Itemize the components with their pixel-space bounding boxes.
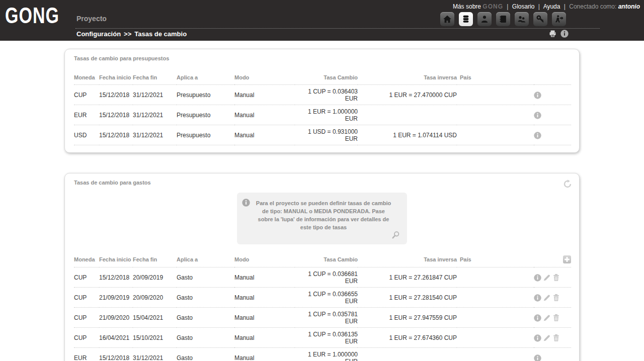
- cell-fecha-inicio: 21/09/2019: [99, 288, 133, 308]
- info-icon[interactable]: [534, 334, 541, 342]
- edit-icon[interactable]: [543, 314, 551, 322]
- col-fecha-fin: Fecha fin: [133, 255, 177, 267]
- cell-modo: Manual: [234, 348, 295, 361]
- toolbar-home-button[interactable]: [440, 12, 454, 26]
- cell-tasa-inversa: 1 EUR = 27.261847 CUP: [358, 267, 457, 288]
- cell-actions: [534, 105, 571, 125]
- header-divider: [75, 28, 600, 29]
- print-button[interactable]: [548, 30, 557, 38]
- database-icon: [461, 15, 470, 24]
- cell-tasa-cambio: 1 CUP = 0.036681 EUR: [295, 267, 358, 288]
- toolbar-notebook-button[interactable]: [496, 12, 510, 26]
- info-icon[interactable]: [534, 132, 541, 139]
- breadcrumb-page: Tasas de cambio: [134, 30, 187, 38]
- col-actions: [534, 255, 571, 267]
- link-separator: |: [564, 3, 566, 10]
- info-icon[interactable]: [534, 92, 541, 99]
- cell-fecha-inicio: 15/12/2018: [99, 267, 133, 288]
- cell-tasa-inversa: 1 EUR = 27.674360 CUP: [358, 328, 457, 348]
- toolbar-users-button[interactable]: [515, 12, 529, 26]
- table-row: CUP 15/12/2018 31/12/2021 Presupuesto Ma…: [74, 85, 571, 105]
- col-fecha-inicio: Fecha inicio: [99, 255, 133, 267]
- edit-icon[interactable]: [543, 294, 551, 302]
- panel-title: Tasas de cambio para gastos: [74, 179, 570, 186]
- refresh-icon[interactable]: [563, 179, 572, 191]
- cell-actions: [534, 85, 571, 105]
- edit-icon[interactable]: [543, 334, 551, 342]
- username[interactable]: antonio: [618, 3, 640, 10]
- cell-fecha-inicio: 15/12/2018: [99, 348, 133, 361]
- table-row: EUR 15/12/2018 31/12/2021 Gasto Manual 1…: [74, 348, 571, 361]
- link-separator: |: [538, 3, 540, 10]
- cell-moneda: CUP: [74, 328, 99, 348]
- toolbar-user-button[interactable]: [477, 12, 492, 26]
- col-moneda: Moneda: [74, 73, 99, 85]
- table-row: CUP 21/09/2019 20/09/2020 Gasto Manual 1…: [74, 288, 571, 308]
- delete-icon[interactable]: [552, 334, 560, 342]
- cell-fecha-fin: 31/12/2021: [133, 125, 177, 145]
- toolbar-key-button[interactable]: [533, 12, 547, 26]
- cell-moneda: USD: [74, 125, 99, 145]
- cell-fecha-inicio: 15/12/2018: [99, 105, 133, 125]
- col-actions: [534, 73, 571, 85]
- cell-fecha-fin: 20/09/2020: [133, 288, 177, 308]
- delete-icon[interactable]: [552, 294, 560, 302]
- info-icon[interactable]: [534, 354, 541, 361]
- cell-fecha-inicio: 21/09/2020: [99, 308, 133, 328]
- info-icon: [242, 199, 250, 209]
- toolbar-database-button[interactable]: [459, 12, 473, 26]
- cell-pais: [457, 348, 534, 361]
- col-tasa-inversa: Tasa inversa: [358, 73, 457, 85]
- panel-tasas-presupuestos: Tasas de cambio para presupuestos Moneda…: [64, 49, 580, 153]
- table-header-row: Moneda Fecha inicio Fecha fin Aplica a M…: [74, 255, 571, 267]
- cell-moneda: CUP: [74, 288, 99, 308]
- cell-pais: [457, 308, 534, 328]
- col-tasa-cambio: Tasa Cambio: [295, 255, 358, 267]
- table-row: CUP 15/12/2018 20/09/2019 Gasto Manual 1…: [74, 267, 571, 288]
- magnifier-icon[interactable]: [391, 231, 400, 241]
- users-icon: [517, 15, 526, 24]
- page-info-button[interactable]: [560, 30, 569, 38]
- link-mas-sobre[interactable]: Más sobre: [453, 3, 481, 10]
- delete-icon[interactable]: [552, 274, 560, 282]
- cell-modo: Manual: [234, 125, 295, 145]
- connected-as-label: Conectado como:: [569, 3, 616, 10]
- panel-title: Tasas de cambio para presupuestos: [74, 55, 570, 61]
- cell-aplica-a: Gasto: [177, 267, 234, 288]
- cell-aplica-a: Presupuesto: [177, 105, 234, 125]
- cell-tasa-cambio: 1 USD = 0.931000 EUR: [295, 125, 358, 145]
- cell-moneda: CUP: [74, 308, 99, 328]
- table-row: CUP 16/04/2021 15/10/2021 Gasto Manual 1…: [74, 328, 571, 348]
- top-links: Más sobre GONG | Glosario | Ayuda | Cone…: [453, 3, 640, 10]
- user-icon: [480, 15, 489, 24]
- cell-pais: [457, 267, 534, 288]
- info-icon[interactable]: [534, 274, 541, 282]
- toolbar-logout-button[interactable]: [552, 12, 566, 26]
- brand-text[interactable]: GONG: [482, 3, 503, 10]
- breadcrumb-section[interactable]: Configuración: [76, 30, 121, 38]
- link-glosario[interactable]: Glosario: [512, 3, 535, 10]
- cell-fecha-fin: 20/09/2019: [133, 267, 177, 288]
- cell-fecha-inicio: 15/12/2018: [99, 85, 133, 105]
- rates-table-presupuestos: Moneda Fecha inicio Fecha fin Aplica a M…: [74, 73, 571, 145]
- cell-actions: [534, 267, 571, 288]
- app-logo: GONG: [5, 3, 59, 29]
- info-icon[interactable]: [534, 294, 541, 302]
- col-pais: País: [457, 255, 534, 267]
- table-row: EUR 15/12/2018 31/12/2021 Presupuesto Ma…: [74, 105, 571, 125]
- cell-tasa-inversa: 1 EUR = 27.947559 CUP: [358, 308, 457, 328]
- col-modo: Modo: [234, 73, 295, 85]
- cell-modo: Manual: [234, 328, 295, 348]
- edit-icon[interactable]: [543, 274, 551, 282]
- header-actions: [548, 30, 569, 38]
- info-icon[interactable]: [534, 314, 541, 322]
- delete-icon[interactable]: [552, 314, 560, 322]
- cell-tasa-inversa: 1 EUR = 27.470000 CUP: [358, 85, 457, 105]
- info-icon[interactable]: [534, 112, 541, 119]
- cell-tasa-cambio: 1 CUP = 0.036135 EUR: [295, 328, 358, 348]
- cell-aplica-a: Presupuesto: [177, 85, 234, 105]
- add-rate-button[interactable]: [563, 255, 571, 263]
- link-ayuda[interactable]: Ayuda: [543, 3, 560, 10]
- home-icon: [443, 15, 452, 24]
- cell-aplica-a: Gasto: [177, 328, 234, 348]
